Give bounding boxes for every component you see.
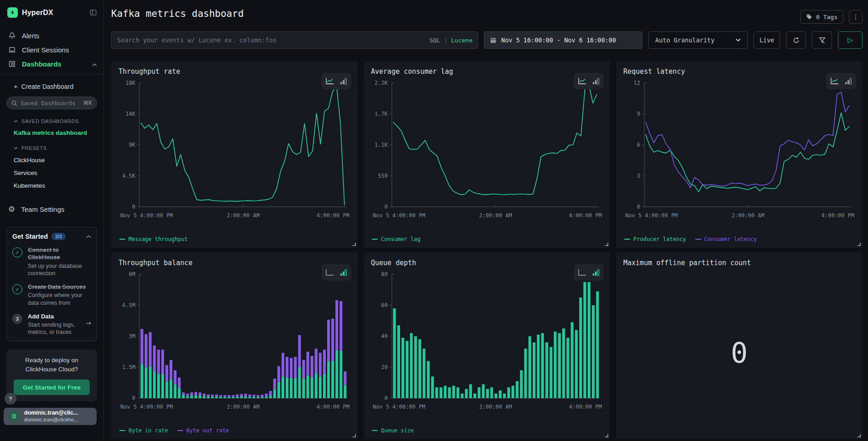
avatar: D (8, 410, 20, 422)
legend-item[interactable]: Byte out rate (177, 427, 229, 434)
sidebar-item-client-sessions[interactable]: Client Sessions (0, 43, 103, 57)
legend-item[interactable]: Message throughput (119, 236, 188, 242)
get-started-free-button[interactable]: Get Started for Free (14, 379, 90, 395)
chart-area[interactable]: 129630Nov 5 4:00:00 PM2:00:00 AM4:00:00 … (623, 78, 855, 235)
chart-type-toggle (826, 73, 856, 89)
chart-area[interactable]: 806040200Nov 5 4:00:00 PM2:00:00 AM4:00:… (371, 270, 603, 426)
chevron-up-icon[interactable] (86, 235, 91, 238)
svg-text:4:00:00 PM: 4:00:00 PM (569, 212, 602, 219)
line-chart-icon[interactable] (830, 77, 839, 85)
sidebar-item-kafka-metrics-dashboard[interactable]: Kafka metrics dashboard (14, 129, 103, 136)
step-desc: Configure where your data comes from (28, 292, 91, 307)
user-menu[interactable]: D dominic.tran@clic... dominic.tran@clic… (4, 408, 97, 425)
run-query-button[interactable]: ▷ (838, 31, 863, 49)
sidebar-item-clickhouse[interactable]: ClickHouse (14, 157, 103, 164)
chart-svg: 129630Nov 5 4:00:00 PM2:00:00 AM4:00:00 … (623, 78, 855, 220)
svg-text:0: 0 (132, 204, 135, 210)
page-title: Kafka metrics dashboard (111, 8, 244, 19)
line-chart-icon[interactable] (325, 77, 334, 85)
svg-text:4:00:00 PM: 4:00:00 PM (822, 212, 854, 219)
bar-chart-icon[interactable] (340, 269, 347, 276)
filter-button[interactable] (812, 31, 832, 49)
event-search: SQL | Lucene (111, 31, 478, 49)
sidebar-item-kubernetes[interactable]: Kubernetes (14, 182, 103, 189)
svg-text:4:00:00 PM: 4:00:00 PM (569, 404, 602, 410)
panel-title: Average consumer lag (371, 67, 603, 76)
line-chart-icon[interactable] (325, 269, 334, 276)
legend-item[interactable]: Queue size (372, 427, 414, 434)
legend-label: Message throughput (128, 236, 188, 242)
step-desc: Start sending logs, metrics, or traces (28, 321, 80, 336)
sidebar-item-team-settings[interactable]: ⚙ Team Settings (8, 205, 103, 213)
bell-icon (8, 32, 16, 40)
bar-chart-icon[interactable] (592, 78, 600, 85)
chart-legend: Consumer lag (372, 236, 603, 242)
line-chart-icon[interactable] (578, 269, 587, 276)
sidebar-nav: Alerts Client Sessions Dashboards (0, 29, 103, 71)
step-create-data-sources[interactable]: ✓ Create Data Sources Configure where yo… (12, 283, 91, 307)
step-add-data[interactable]: 3 Add Data Start sending logs, metrics, … (12, 313, 91, 336)
panel-resize-handle[interactable] (605, 434, 608, 437)
saved-dashboards-section[interactable]: SAVED DASHBOARDS (14, 118, 103, 124)
presets-section[interactable]: PRESETS (14, 145, 103, 151)
lucene-mode-toggle[interactable]: Lucene (451, 37, 473, 44)
clickhouse-cloud-promo: Ready to deploy on ClickHouse Cloud? Get… (6, 349, 97, 402)
line-chart-icon[interactable] (578, 77, 587, 85)
svg-text:4:00:00 PM: 4:00:00 PM (317, 212, 349, 219)
create-dashboard-button[interactable]: + Create Dashboard (14, 82, 103, 90)
legend-item[interactable]: Byte in rate (119, 427, 168, 434)
bar-chart-icon[interactable] (340, 78, 347, 85)
chart-area[interactable]: 0 (623, 270, 855, 436)
more-options-button[interactable]: ⋮ (849, 10, 863, 24)
svg-text:2:00:00 AM: 2:00:00 AM (226, 404, 259, 410)
user-email: dominic.tran@clickho... (24, 417, 78, 423)
sidebar-collapse-icon[interactable] (89, 9, 97, 16)
legend-dash (177, 430, 183, 431)
saved-dashboards-search-input[interactable]: Saved Dashboards ⌘K (6, 97, 97, 109)
help-button[interactable]: ? (5, 393, 16, 405)
svg-text:Nov 5 4:00:00 PM: Nov 5 4:00:00 PM (120, 212, 173, 219)
panel-title: Queue depth (371, 259, 603, 267)
panel-resize-handle[interactable] (353, 434, 356, 437)
chevron-up-icon[interactable] (92, 60, 97, 68)
plus-icon: + (14, 82, 18, 90)
sidebar-item-services[interactable]: Services (14, 169, 103, 176)
event-search-input[interactable] (111, 31, 478, 49)
panel-resize-handle[interactable] (353, 243, 356, 246)
legend-item[interactable]: Consumer latency (695, 236, 757, 242)
sidebar-item-alerts[interactable]: Alerts (0, 29, 103, 43)
hyperdx-logo-icon (7, 7, 18, 18)
bar-chart-icon[interactable] (592, 269, 600, 276)
svg-text:4:00:00 PM: 4:00:00 PM (317, 404, 349, 410)
chart-area[interactable]: 18K14K9K4.5K0Nov 5 4:00:00 PM2:00:00 AM4… (118, 78, 350, 235)
date-range-picker[interactable]: Nov 5 16:00:00 - Nov 6 16:00:00 (484, 31, 642, 49)
svg-text:6: 6 (637, 142, 640, 148)
legend-label: Producer latency (633, 236, 686, 242)
legend-item[interactable]: Producer latency (624, 236, 686, 242)
sql-mode-toggle[interactable]: SQL (430, 37, 440, 44)
step-connect-clickhouse[interactable]: ✓ Connect to ClickHouse Set up your data… (12, 246, 91, 277)
panel-maximum-offline-partition-count: Maximum offline partition count0 (616, 252, 863, 439)
panel-resize-handle[interactable] (858, 243, 861, 246)
legend-dash (372, 239, 378, 240)
panel-request-latency: Request latency129630Nov 5 4:00:00 PM2:0… (616, 61, 863, 248)
sidebar-item-dashboards[interactable]: Dashboards (0, 57, 103, 71)
chart-area[interactable]: 2.2K1.7K1.1K5500Nov 5 4:00:00 PM2:00:00 … (371, 78, 603, 235)
panel-resize-handle[interactable] (605, 243, 608, 246)
chart-area[interactable]: 6M4.5M3M1.5M0Nov 5 4:00:00 PM2:00:00 AM4… (118, 270, 350, 426)
granularity-select[interactable]: Auto Granularity (648, 31, 748, 49)
legend-dash (119, 430, 125, 431)
svg-text:9K: 9K (129, 142, 136, 148)
legend-item[interactable]: Consumer lag (372, 236, 421, 242)
bar-chart-icon[interactable] (845, 78, 852, 85)
granularity-value: Auto Granularity (655, 36, 714, 44)
svg-text:Nov 5 4:00:00 PM: Nov 5 4:00:00 PM (625, 212, 678, 219)
check-circle-icon: ✓ (12, 284, 22, 294)
tags-button[interactable]: 0 Tags (800, 10, 843, 24)
refresh-button[interactable] (786, 31, 806, 49)
mode-separator: | (444, 37, 447, 44)
panel-resize-handle[interactable] (858, 434, 861, 437)
svg-text:2:00:00 AM: 2:00:00 AM (479, 404, 512, 410)
laptop-icon (8, 46, 16, 54)
live-button[interactable]: Live (754, 31, 780, 49)
